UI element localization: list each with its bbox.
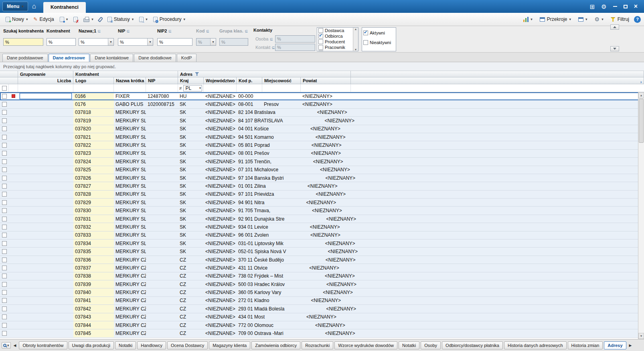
cell-liczba[interactable] — [18, 215, 73, 223]
nazwa-combobox[interactable]: %▾ — [79, 38, 114, 46]
cell-powiat[interactable]: <NIEZNANY> — [310, 207, 360, 214]
analysis-chart-button[interactable]: ▾ — [521, 15, 535, 24]
cell-logo[interactable]: 037837 — [73, 264, 114, 272]
cell-miejscowosc[interactable] — [266, 313, 305, 321]
row-checkbox-cell[interactable] — [0, 158, 9, 165]
bottom-tab-zamówienia-odbiorcy[interactable]: Zamówienia odbiorcy — [251, 341, 300, 349]
row-checkbox-cell[interactable] — [0, 248, 9, 255]
cell-powiat[interactable]: <NIEZNANY> — [308, 264, 358, 272]
column-liczba[interactable]: Liczba — [18, 77, 73, 84]
list-item-nieaktywni[interactable]: Nieaktywni — [362, 40, 396, 45]
cell-kod-pocztowy[interactable]: 91 705 Trnava, — [237, 207, 272, 214]
cell-kraj[interactable]: CZ — [178, 288, 204, 296]
cell-wojewodztwo[interactable]: <NIEZNANE> — [204, 280, 237, 288]
delete-button[interactable]: ✗ — [71, 15, 80, 24]
filter-kodp-cell[interactable] — [237, 84, 262, 92]
cell-miejscowosc[interactable] — [286, 280, 325, 288]
cell-miejscowosc[interactable] — [272, 207, 310, 214]
scrollbar-thumb[interactable] — [639, 99, 644, 143]
filter-type-list[interactable]: ▲▼ DostawcaOdbiorcaProducentPracownikZle… — [317, 27, 358, 51]
cell-liczba[interactable] — [18, 207, 73, 214]
cell-kraj[interactable]: SK — [178, 166, 204, 174]
cell-wojewodztwo[interactable]: <NIEZNANE> — [204, 182, 237, 190]
attachments-button[interactable] — [97, 15, 104, 24]
osoba-input[interactable]: % — [275, 35, 315, 43]
cell-kraj[interactable]: SK — [178, 248, 204, 255]
row-checkbox[interactable] — [2, 200, 7, 205]
row-checkbox[interactable] — [2, 118, 7, 123]
cell-nip[interactable] — [146, 288, 178, 296]
cell-nazwa-krotka[interactable]: MERKURY SLO — [114, 223, 146, 231]
cell-kod-pocztowy[interactable]: 431 11 Otvice — [237, 264, 269, 272]
cell-liczba[interactable] — [18, 109, 73, 116]
scroll-up-button[interactable]: ▲ — [638, 92, 644, 98]
cell-miejscowosc[interactable] — [270, 223, 308, 231]
cell-wojewodztwo[interactable]: <NIEZNANE> — [204, 313, 237, 321]
row-checkbox[interactable] — [2, 126, 7, 131]
views-button[interactable]: Przekroje ▾ — [537, 15, 573, 24]
cell-miejscowosc[interactable] — [275, 191, 314, 198]
bottom-tab-odbiorcy-dostawcy-płatnika[interactable]: Odbiorcy/dostawcy płatnika — [442, 341, 503, 349]
cell-kod-pocztowy[interactable]: 82 104 Bratislava — [237, 109, 277, 116]
row-checkbox-cell[interactable] — [0, 239, 9, 247]
cell-nip[interactable] — [146, 215, 178, 223]
bottom-tab-magazyny-klienta[interactable]: Magazyny klienta — [209, 341, 250, 349]
cell-kod-pocztowy[interactable]: 738 02 Frýdek – Mist — [237, 272, 285, 280]
row-checkbox[interactable] — [2, 331, 7, 336]
list-item-pracownik[interactable]: Pracownik — [317, 45, 358, 50]
row-checkbox[interactable] — [2, 241, 7, 246]
bottom-tab-ocena-dostawcy[interactable]: Ocena Dostawcy — [167, 341, 208, 349]
cell-nazwa-krotka[interactable]: MERKURY SLO — [114, 182, 146, 190]
cell-nip[interactable] — [146, 280, 178, 288]
checkbox[interactable] — [318, 51, 323, 51]
cell-logo[interactable]: 037824 — [73, 158, 114, 165]
tab-dane-adresowe[interactable]: Dane adresowe — [49, 54, 90, 62]
row-checkbox[interactable] — [2, 314, 7, 319]
cell-nazwa-krotka[interactable]: MERKURY SLO — [114, 158, 146, 165]
cell-kod-pocztowy[interactable]: 293 01 Mladá Bolesla — [237, 305, 286, 312]
kontrahent-input[interactable]: % — [47, 38, 76, 46]
bottom-tab-osoby[interactable]: Osoby — [421, 341, 441, 349]
bottom-tab-obroty-kontrahentów[interactable]: Obroty kontrahentów — [19, 341, 67, 349]
kraj-filter-combobox[interactable]: PL▾ — [183, 85, 202, 91]
grupa-input[interactable]: % — [219, 38, 248, 46]
row-checkbox-cell[interactable] — [0, 141, 9, 149]
cell-logo[interactable]: 037833 — [73, 231, 114, 239]
cell-wojewodztwo[interactable]: <NIEZNANE> — [204, 264, 237, 272]
cell-nazwa-krotka[interactable]: GABO PLUS — [114, 100, 146, 108]
cell-kod-pocztowy[interactable]: 94 501 Komarno — [237, 133, 275, 141]
row-checkbox[interactable] — [2, 290, 7, 295]
table-row[interactable]: 0176GABO PLUS1020008715SK<NIEZNANE>08-00… — [0, 100, 644, 108]
column-wojewodztwo[interactable]: Województwo — [204, 77, 237, 84]
row-checkbox-cell[interactable] — [0, 272, 9, 280]
cell-liczba[interactable] — [18, 321, 73, 329]
cell-kod-pocztowy[interactable]: 370 11 České Budějo — [237, 256, 286, 264]
cell-powiat[interactable]: <NIEZNANY> — [301, 92, 351, 100]
cell-liczba[interactable] — [18, 305, 73, 312]
cell-wojewodztwo[interactable]: <NIEZNANE> — [204, 158, 237, 165]
cell-nip[interactable] — [146, 321, 178, 329]
collapse-filter-bottom-button[interactable] — [610, 46, 619, 51]
row-checkbox-cell[interactable] — [0, 133, 9, 141]
cell-wojewodztwo[interactable]: <NIEZNANE> — [204, 239, 237, 247]
row-checkbox-cell[interactable] — [0, 117, 9, 124]
cell-nip[interactable] — [146, 166, 178, 174]
cell-nazwa-krotka[interactable]: FIXER — [114, 92, 146, 100]
row-checkbox[interactable] — [2, 151, 7, 156]
cell-logo[interactable]: 037838 — [73, 272, 114, 280]
cell-nip[interactable] — [146, 174, 178, 182]
kontakt-input[interactable]: % — [275, 44, 315, 51]
cell-kraj[interactable]: SK — [178, 231, 204, 239]
cell-logo[interactable]: 0166 — [73, 92, 114, 100]
table-row[interactable]: 037843MERKURY CZECZ<NIEZNANE>434 01 Most… — [0, 313, 644, 321]
row-checkbox[interactable] — [2, 167, 7, 172]
cell-miejscowosc[interactable] — [284, 117, 323, 124]
cell-powiat[interactable]: <NIEZNANY> — [306, 182, 356, 190]
tabs-scroll-right-button[interactable]: ▶ — [628, 342, 634, 349]
filter-funnel-icon[interactable] — [195, 72, 199, 76]
row-checkbox-cell[interactable] — [0, 207, 9, 214]
cell-powiat[interactable]: <NIEZNANY> — [324, 215, 375, 223]
print-button[interactable]: ▾ — [81, 15, 96, 24]
row-checkbox-cell[interactable] — [0, 223, 9, 231]
band-adres[interactable]: Adres — [178, 71, 351, 77]
